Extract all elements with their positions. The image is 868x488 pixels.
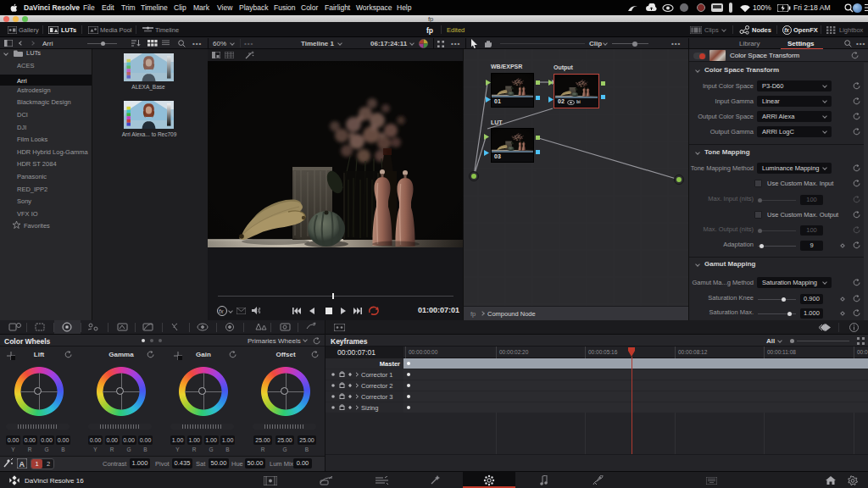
- svg-text:fx: fx: [219, 308, 224, 314]
- svg-text:00:00:05:16: 00:00:05:16: [588, 349, 618, 355]
- svg-text:00:00:02:20: 00:00:02:20: [499, 349, 529, 355]
- svg-text:fx: fx: [784, 27, 789, 33]
- svg-text:00:00:11:08: 00:00:11:08: [767, 349, 796, 355]
- svg-text:00:00:08:12: 00:00:08:12: [678, 349, 708, 355]
- svg-text:A: A: [19, 460, 25, 469]
- svg-text:00:00:00:00: 00:00:00:00: [409, 349, 438, 355]
- svg-text:00:0: 00:0: [857, 349, 868, 355]
